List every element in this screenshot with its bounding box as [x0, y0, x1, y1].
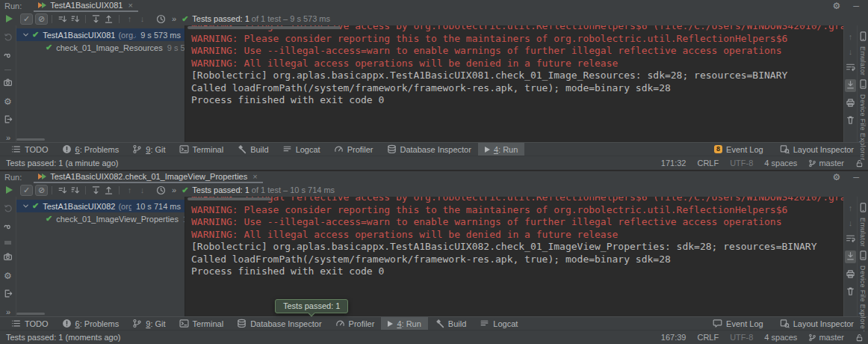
toolwindow-todo[interactable]: TODO	[4, 317, 55, 330]
unlocked-padlock-icon[interactable]	[855, 334, 864, 342]
toolwindow-profiler[interactable]: Profiler	[329, 317, 382, 330]
show-ignored-toggle[interactable]: ⊘	[35, 185, 48, 196]
tree-horizontal-scrollbar[interactable]	[16, 138, 45, 141]
scroll-down-icon[interactable]: ↓	[849, 47, 853, 56]
tree-horizontal-scrollbar[interactable]	[16, 313, 45, 315]
import-test-results-icon[interactable]	[3, 289, 13, 300]
event-log-button[interactable]: Event Log	[706, 317, 770, 330]
sort-by-duration-icon[interactable]	[69, 185, 81, 196]
chevron-down-icon[interactable]	[22, 202, 30, 210]
test-history-icon[interactable]	[155, 13, 167, 25]
indent-setting[interactable]: 4 spaces	[764, 333, 797, 342]
toolwindow-database-inspector[interactable]: Database Inspector	[230, 317, 328, 330]
emulator-phone-icon[interactable]	[858, 31, 868, 43]
screenshot-icon[interactable]	[3, 78, 13, 89]
close-icon[interactable]: ×	[252, 172, 257, 181]
toolwindow-database-inspector[interactable]: Database Inspector	[380, 143, 478, 156]
toolwindow-problems[interactable]: 6: Problems	[55, 317, 126, 330]
toggle-auto-test-icon[interactable]	[3, 51, 13, 62]
git-branch-widget[interactable]: master	[808, 159, 844, 168]
scroll-up-icon[interactable]: ↑	[849, 203, 853, 212]
caret-position[interactable]: 171:32	[661, 159, 686, 168]
show-passed-toggle[interactable]: ✓	[20, 185, 33, 196]
file-encoding[interactable]: UTF-8	[730, 159, 753, 168]
next-occurrence-icon[interactable]: ↓	[136, 13, 149, 25]
status-message[interactable]: Tests passed: 1 (a minute ago)	[6, 159, 118, 168]
toolwindow-build[interactable]: Build	[230, 143, 275, 156]
toolwindow-todo[interactable]: TODO	[4, 143, 55, 156]
toolwindow-terminal[interactable]: Terminal	[173, 143, 231, 156]
toolwindow-profiler[interactable]: Profiler	[327, 143, 380, 156]
console-horizontal-scrollbar[interactable]	[187, 197, 271, 200]
run-tab-testa1basicuix082[interactable]: TestA1BasicUIX082.check_01_ImageView_Pro…	[34, 171, 262, 183]
collapse-all-icon[interactable]	[102, 185, 115, 196]
layout-inspector-button[interactable]: Layout Inspector	[773, 317, 861, 330]
gear-icon[interactable]: ⚙	[832, 173, 840, 181]
scroll-to-end-icon[interactable]	[845, 79, 856, 92]
print-icon[interactable]	[846, 98, 855, 109]
soft-wrap-icon[interactable]	[846, 233, 855, 245]
run-tab-testa1basicuix081[interactable]: TestA1BasicUIX081 ×	[34, 0, 138, 12]
show-ignored-toggle[interactable]: ⊘	[35, 13, 48, 25]
previous-occurrence-icon[interactable]: ↑	[123, 185, 136, 196]
close-icon[interactable]: ×	[128, 1, 132, 10]
device-file-explorer-icon[interactable]	[858, 251, 868, 262]
sort-by-duration-icon[interactable]	[69, 13, 81, 25]
emulator-phone-icon[interactable]	[858, 203, 868, 214]
test-case-row[interactable]: ✔ check_01_Image_Resources 9 s 573 ms	[16, 41, 185, 54]
expand-all-icon[interactable]	[90, 13, 102, 25]
rerun-tests-button[interactable]	[3, 185, 16, 196]
toolwindow-run[interactable]: 4: Run	[381, 317, 427, 330]
toolwindow-git[interactable]: 9: Git	[125, 143, 172, 156]
soft-wrap-icon[interactable]	[846, 62, 855, 73]
clear-console-trash-icon[interactable]	[846, 115, 855, 126]
line-ending[interactable]: CRLF	[697, 159, 719, 168]
toggle-auto-test-icon[interactable]	[3, 222, 13, 233]
hide-panel-icon[interactable]: ─	[853, 173, 859, 182]
gear-icon[interactable]: ⚙	[832, 2, 840, 10]
test-history-icon[interactable]	[155, 185, 167, 196]
stop-icon[interactable]	[4, 70, 11, 70]
next-occurrence-icon[interactable]: ↓	[136, 185, 149, 196]
test-suite-row[interactable]: ✔ TestA1BasicUIX081 (org.aplas.basicappx…	[16, 28, 185, 41]
layout-inspector-button[interactable]: Layout Inspector	[773, 143, 861, 156]
toolwindow-build[interactable]: Build	[428, 317, 473, 330]
stop-icon[interactable]	[4, 241, 11, 245]
toolwindow-emulator[interactable]: Emulator	[859, 46, 867, 76]
test-settings-gear-icon[interactable]: ⚙	[4, 271, 12, 281]
import-test-results-icon[interactable]	[3, 114, 13, 126]
screenshot-icon[interactable]	[3, 252, 13, 263]
scroll-to-end-icon[interactable]	[845, 251, 856, 263]
scroll-up-icon[interactable]: ↑	[849, 32, 853, 41]
unlocked-padlock-icon[interactable]	[855, 159, 864, 168]
toolwindow-run[interactable]: 4: Run	[478, 143, 524, 156]
expand-all-icon[interactable]	[90, 185, 102, 196]
previous-occurrence-icon[interactable]: ↑	[123, 13, 136, 25]
file-encoding[interactable]: UTF-8	[730, 333, 753, 342]
status-message[interactable]: Tests passed: 1 (moments ago)	[6, 333, 120, 342]
hide-panel-icon[interactable]: ─	[853, 1, 859, 10]
toolwindow-logcat[interactable]: Logcat	[276, 143, 327, 156]
toolwindow-terminal[interactable]: Terminal	[173, 317, 231, 330]
toolwindow-logcat[interactable]: Logcat	[473, 317, 524, 330]
rerun-failed-tests-icon[interactable]	[3, 32, 13, 43]
scroll-down-icon[interactable]: ↓	[849, 218, 853, 227]
toolwindow-git[interactable]: 9: Git	[125, 317, 172, 330]
sort-alphabetically-icon[interactable]	[56, 185, 69, 196]
clear-console-trash-icon[interactable]	[846, 286, 855, 298]
console-horizontal-scrollbar[interactable]	[187, 26, 341, 29]
indent-setting[interactable]: 4 spaces	[764, 159, 797, 168]
test-case-row[interactable]: ✔ check_01_ImageView_Properties 10 s 714…	[16, 212, 185, 225]
test-console[interactable]: WARNING: Illegal reflective access by or…	[185, 197, 843, 316]
device-file-explorer-icon[interactable]	[858, 79, 868, 90]
rerun-failed-tests-icon[interactable]	[3, 203, 13, 215]
left-more-icon[interactable]: »	[6, 133, 10, 142]
toolwindow-emulator[interactable]: Emulator	[859, 218, 867, 247]
test-console[interactable]: WARNING: Illegal reflective access by or…	[185, 25, 843, 142]
sort-alphabetically-icon[interactable]	[56, 13, 69, 25]
rerun-tests-button[interactable]	[3, 13, 16, 25]
left-more-icon[interactable]: »	[6, 307, 10, 316]
collapse-all-icon[interactable]	[102, 13, 115, 25]
more-actions-icon[interactable]: »	[172, 185, 176, 194]
chevron-down-icon[interactable]	[22, 31, 30, 39]
